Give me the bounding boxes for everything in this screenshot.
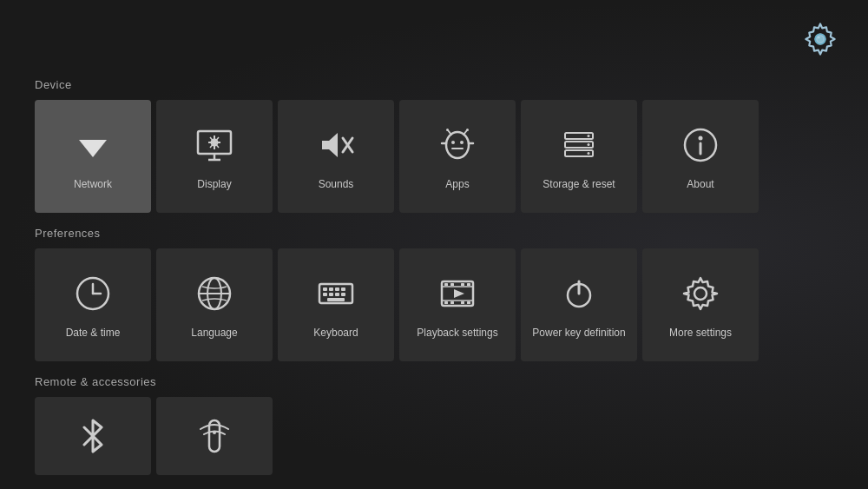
tile-more-settings[interactable]: More settings: [642, 248, 759, 361]
tile-language[interactable]: Language: [156, 248, 273, 361]
settings-content: Device Network: [35, 78, 851, 489]
svg-rect-58: [444, 301, 448, 304]
remote-icon: [192, 413, 237, 459]
tile-network-label: Network: [74, 178, 112, 190]
tile-remote[interactable]: [156, 397, 273, 475]
settings-gear-button[interactable]: [799, 17, 842, 61]
tile-storage-label: Storage & reset: [542, 178, 615, 190]
section-device: Device Network: [35, 78, 851, 213]
svg-rect-56: [461, 283, 464, 286]
remote-tiles-row: [35, 397, 851, 475]
clock-icon: [70, 271, 115, 316]
tile-playback[interactable]: Playback settings: [399, 248, 516, 361]
svg-line-17: [448, 130, 451, 135]
tile-sounds-label: Sounds: [319, 178, 354, 190]
svg-rect-42: [323, 287, 327, 291]
svg-rect-47: [329, 293, 333, 296]
apps-icon: [435, 122, 480, 168]
svg-rect-48: [335, 293, 339, 296]
globe-icon: [192, 271, 237, 316]
section-preferences: Preferences Date & time: [35, 227, 851, 361]
svg-marker-4: [79, 140, 107, 157]
svg-rect-57: [467, 283, 470, 286]
tile-display-label: Display: [197, 178, 231, 190]
bluetooth-icon: [70, 413, 115, 459]
tile-apps-label: Apps: [445, 178, 469, 190]
power-icon: [556, 271, 602, 316]
svg-rect-49: [341, 293, 345, 296]
tile-datetime-label: Date & time: [66, 327, 121, 339]
svg-rect-43: [329, 287, 333, 291]
svg-rect-45: [341, 287, 345, 291]
tile-language-label: Language: [191, 327, 237, 339]
display-icon: [192, 122, 237, 168]
section-remote: Remote & accessories: [35, 375, 851, 475]
svg-point-21: [451, 141, 455, 144]
svg-point-16: [446, 132, 469, 158]
svg-rect-61: [467, 301, 470, 304]
tile-display[interactable]: Display: [156, 100, 273, 213]
svg-point-18: [446, 129, 449, 131]
svg-rect-44: [335, 287, 339, 291]
playback-icon: [435, 271, 480, 316]
svg-point-33: [699, 136, 703, 141]
section-device-label: Device: [35, 78, 851, 91]
tile-network[interactable]: Network: [35, 100, 151, 213]
section-preferences-label: Preferences: [35, 227, 851, 240]
preferences-tiles-row: Date & time Language: [35, 248, 851, 361]
svg-point-3: [818, 36, 820, 39]
tile-keyboard-label: Keyboard: [313, 327, 358, 339]
tile-keyboard[interactable]: Keyboard: [278, 248, 394, 361]
svg-point-65: [694, 287, 707, 300]
svg-rect-59: [450, 301, 454, 304]
svg-marker-62: [454, 289, 464, 298]
tile-playback-label: Playback settings: [417, 327, 497, 339]
svg-point-31: [588, 152, 590, 155]
tile-about-label: About: [687, 178, 713, 190]
tile-more-settings-label: More settings: [669, 327, 732, 339]
section-remote-label: Remote & accessories: [35, 375, 851, 388]
tile-storage[interactable]: Storage & reset: [521, 100, 637, 213]
svg-line-19: [464, 130, 467, 135]
svg-point-22: [460, 141, 464, 144]
svg-point-20: [466, 129, 469, 131]
tile-datetime[interactable]: Date & time: [35, 248, 151, 361]
sounds-icon: [313, 122, 358, 168]
tile-apps[interactable]: Apps: [399, 100, 516, 213]
svg-point-67: [213, 431, 216, 434]
svg-rect-55: [450, 283, 454, 286]
svg-marker-13: [322, 133, 338, 157]
storage-icon: [556, 122, 602, 168]
svg-rect-50: [327, 298, 345, 301]
tile-about[interactable]: About: [642, 100, 759, 213]
tile-powerkey[interactable]: Power key definition: [521, 248, 637, 361]
tile-powerkey-label: Power key definition: [532, 327, 625, 339]
gear2-icon: [678, 271, 723, 316]
wifi-icon: [70, 122, 115, 168]
tile-bluetooth[interactable]: [35, 397, 151, 475]
info-icon: [678, 122, 723, 168]
keyboard-icon: [313, 271, 358, 316]
device-tiles-row: Network: [35, 100, 851, 213]
svg-rect-54: [444, 283, 448, 286]
svg-point-29: [588, 143, 590, 146]
svg-rect-60: [461, 301, 464, 304]
tile-sounds[interactable]: Sounds: [278, 100, 394, 213]
svg-rect-46: [323, 293, 327, 296]
svg-point-27: [588, 135, 590, 137]
